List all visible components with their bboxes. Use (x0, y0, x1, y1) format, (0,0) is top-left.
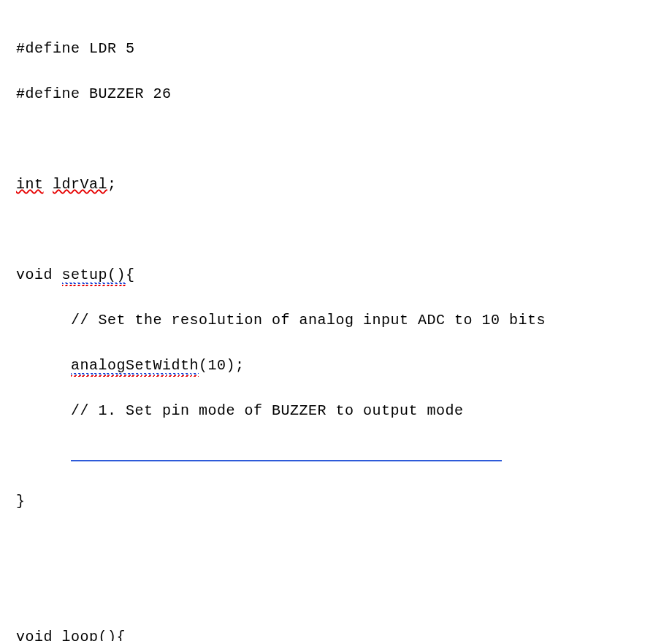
void-keyword: void (16, 629, 62, 641)
blank-line (16, 580, 656, 603)
int-keyword: int (16, 176, 44, 193)
code-line: #define BUZZER 26 (16, 82, 656, 105)
indent (16, 448, 71, 464)
analogsetwidth-ident: analogSetWidth (71, 357, 199, 377)
blank-line (16, 218, 656, 241)
semicolon: ; (107, 176, 117, 193)
brace: { (126, 266, 135, 283)
code-line: void setup(){ (16, 264, 656, 286)
fill-blank-line (16, 445, 656, 467)
comment-line: // Set the resolution of analog input AD… (16, 309, 656, 331)
comment-line: // 1. Set pin mode of BUZZER to output m… (16, 399, 656, 422)
code-line: #define LDR 5 (16, 37, 656, 60)
indent (16, 357, 71, 374)
ldrval-ident: ldrVal (53, 176, 107, 193)
loop-ident: loop() (62, 629, 117, 641)
blank-line (16, 535, 656, 558)
code-line: int ldrVal; (16, 173, 656, 196)
fill-in-blank-1[interactable] (71, 445, 502, 461)
args: (10); (199, 357, 245, 374)
blank-line (16, 128, 656, 150)
void-keyword: void (16, 266, 62, 283)
brace: { (117, 629, 126, 641)
code-line: void loop(){ (16, 626, 656, 641)
code-line: analogSetWidth(10); (16, 354, 656, 377)
setup-ident: setup() (62, 266, 126, 286)
code-line: } (16, 490, 656, 513)
code-document: #define LDR 5 #define BUZZER 26 int ldrV… (0, 0, 672, 641)
